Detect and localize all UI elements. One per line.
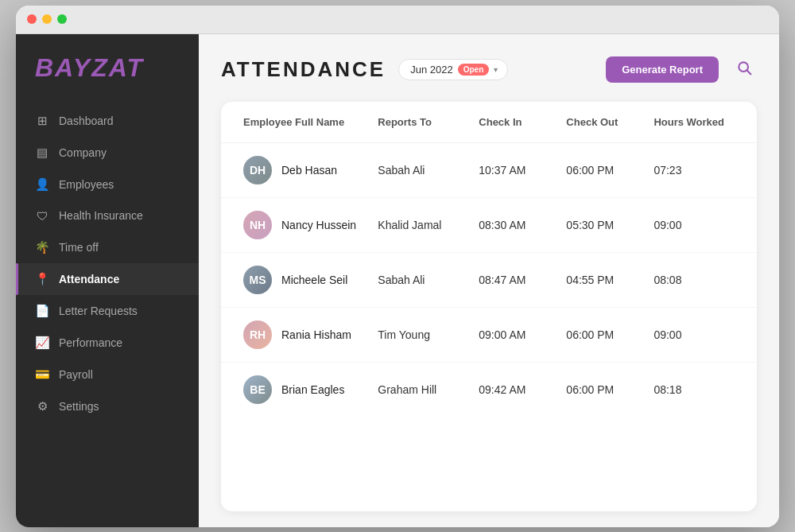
sidebar-label-health-insurance: Health Insurance — [59, 209, 143, 222]
cell-check_out: 06:00 PM — [566, 328, 653, 341]
cell-check_out: 05:30 PM — [566, 219, 653, 231]
table-row[interactable]: DHDeb HasanSabah Ali10:37 AM06:00 PM07:2… — [221, 143, 757, 198]
employee-name: Brian Eagles — [281, 383, 344, 396]
logo-text: BAYZAT — [35, 53, 144, 82]
employee-cell-3: MSMicheele Seil — [243, 266, 378, 294]
cell-check_in: 08:47 AM — [479, 274, 566, 286]
employees-icon: 👤 — [35, 177, 49, 192]
sidebar-item-attendance[interactable]: 📍Attendance — [16, 263, 199, 295]
minimize-dot[interactable] — [42, 14, 52, 24]
main-content: ATTENDANCE Jun 2022 Open ▾ Generate Repo… — [199, 34, 779, 527]
employee-cell-4: RHRania Hisham — [243, 320, 378, 349]
table-row[interactable]: BEBrian EaglesGraham Hill09:42 AM06:00 P… — [221, 363, 757, 417]
sidebar-label-dashboard: Dashboard — [59, 115, 114, 127]
sidebar-label-attendance: Attendance — [59, 273, 119, 285]
sidebar-item-time-off[interactable]: 🌴Time off — [16, 231, 199, 263]
sidebar-label-company: Company — [59, 146, 107, 159]
cell-hours_worked: 09:00 — [653, 328, 735, 341]
employee-cell-5: BEBrian Eagles — [243, 375, 378, 404]
top-bar: ATTENDANCE Jun 2022 Open ▾ Generate Repo… — [221, 56, 757, 83]
attendance-icon: 📍 — [35, 272, 49, 286]
cell-check_out: 04:55 PM — [566, 274, 653, 286]
cell-hours_worked: 08:18 — [653, 383, 735, 396]
employee-name: Rania Hisham — [281, 328, 351, 341]
cell-check_in: 08:30 AM — [479, 219, 566, 231]
sidebar-item-performance[interactable]: 📈Performance — [16, 327, 199, 359]
cell-hours_worked: 09:00 — [653, 219, 735, 231]
cell-hours_worked: 07:23 — [653, 164, 735, 177]
employee-name: Nancy Hussein — [281, 219, 356, 231]
employee-name: Deb Hasan — [281, 164, 337, 177]
avatar: NH — [243, 211, 272, 239]
search-icon — [736, 60, 752, 76]
health-insurance-icon: 🛡 — [35, 209, 49, 223]
sidebar-item-letter-requests[interactable]: 📄Letter Requests — [16, 295, 199, 327]
cell-reports_to: Sabah Ali — [378, 164, 479, 177]
cell-check_out: 06:00 PM — [566, 383, 653, 396]
table-body: DHDeb HasanSabah Ali10:37 AM06:00 PM07:2… — [221, 143, 757, 417]
employee-cell-2: NHNancy Hussein — [243, 211, 378, 239]
cell-check_out: 06:00 PM — [566, 164, 653, 177]
cell-hours_worked: 08:08 — [653, 274, 735, 286]
time-off-icon: 🌴 — [35, 240, 49, 254]
dashboard-icon: ⊞ — [35, 114, 49, 128]
avatar: RH — [243, 320, 272, 349]
avatar: MS — [243, 266, 272, 294]
sidebar-label-letter-requests: Letter Requests — [59, 305, 138, 317]
sidebar-item-health-insurance[interactable]: 🛡Health Insurance — [16, 200, 199, 231]
sidebar-label-settings: Settings — [59, 400, 99, 413]
settings-icon: ⚙ — [35, 399, 49, 414]
page-title: ATTENDANCE — [221, 57, 386, 82]
nav-list: ⊞Dashboard▤Company👤Employees🛡Health Insu… — [16, 105, 199, 422]
cell-reports_to: Tim Young — [378, 328, 479, 341]
employee-name: Micheele Seil — [281, 274, 347, 286]
sidebar-item-payroll[interactable]: 💳Payroll — [16, 359, 199, 390]
sidebar-item-company[interactable]: ▤Company — [16, 137, 199, 169]
cell-reports_to: Khalid Jamal — [378, 219, 479, 231]
sidebar-label-time-off: Time off — [59, 241, 99, 254]
sidebar-item-settings[interactable]: ⚙Settings — [16, 390, 199, 422]
col-header-reports_to: Reports To — [378, 116, 479, 128]
cell-reports_to: Sabah Ali — [378, 274, 479, 286]
sidebar-label-payroll: Payroll — [59, 368, 93, 381]
logo: BAYZAT — [16, 53, 199, 105]
letter-requests-icon: 📄 — [35, 304, 49, 318]
performance-icon: 📈 — [35, 336, 49, 350]
sidebar-item-employees[interactable]: 👤Employees — [16, 169, 199, 200]
date-label: Jun 2022 — [410, 64, 453, 76]
payroll-icon: 💳 — [35, 367, 49, 382]
search-button[interactable] — [731, 56, 757, 83]
sidebar: BAYZAT ⊞Dashboard▤Company👤Employees🛡Heal… — [16, 34, 199, 527]
table-header: Employee Full NameReports ToCheck InChec… — [221, 102, 757, 143]
titlebar — [16, 6, 779, 34]
table-row[interactable]: MSMicheele SeilSabah Ali08:47 AM04:55 PM… — [221, 253, 757, 308]
chevron-down-icon: ▾ — [494, 65, 498, 74]
cell-check_in: 09:42 AM — [479, 383, 566, 396]
app-body: BAYZAT ⊞Dashboard▤Company👤Employees🛡Heal… — [16, 34, 779, 527]
generate-report-button[interactable]: Generate Report — [606, 56, 719, 83]
cell-reports_to: Graham Hill — [378, 383, 479, 396]
svg-line-1 — [747, 70, 751, 74]
sidebar-label-performance: Performance — [59, 336, 122, 349]
company-icon: ▤ — [35, 146, 49, 160]
avatar: BE — [243, 375, 272, 404]
cell-check_in: 10:37 AM — [479, 164, 566, 177]
employee-cell-1: DHDeb Hasan — [243, 156, 378, 184]
close-dot[interactable] — [27, 14, 37, 24]
col-header-name: Employee Full Name — [243, 116, 378, 128]
col-header-hours_worked: Hours Worked — [653, 116, 735, 128]
sidebar-label-employees: Employees — [59, 178, 114, 191]
cell-check_in: 09:00 AM — [479, 328, 566, 341]
col-header-check_out: Check Out — [566, 116, 653, 128]
app-window: BAYZAT ⊞Dashboard▤Company👤Employees🛡Heal… — [16, 6, 779, 527]
table-row[interactable]: RHRania HishamTim Young09:00 AM06:00 PM0… — [221, 308, 757, 363]
sidebar-item-dashboard[interactable]: ⊞Dashboard — [16, 105, 199, 137]
date-filter[interactable]: Jun 2022 Open ▾ — [398, 59, 508, 80]
table-row[interactable]: NHNancy HusseinKhalid Jamal08:30 AM05:30… — [221, 198, 757, 253]
status-badge: Open — [458, 64, 490, 76]
attendance-table: Employee Full NameReports ToCheck InChec… — [221, 102, 757, 511]
col-header-check_in: Check In — [479, 116, 566, 128]
maximize-dot[interactable] — [57, 14, 67, 24]
avatar: DH — [243, 156, 272, 184]
